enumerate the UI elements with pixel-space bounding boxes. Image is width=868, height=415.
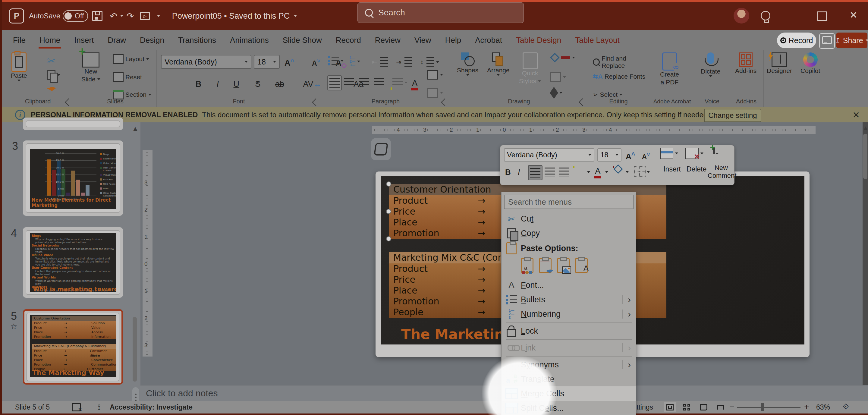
menu-item-synonyms[interactable]: Synonyms › (502, 357, 636, 372)
arrange-button[interactable]: Arrange (487, 53, 510, 76)
justify-button[interactable] (373, 75, 386, 89)
align-left-button[interactable] (327, 75, 342, 90)
menu-item-copy[interactable]: Copy (502, 226, 636, 241)
align-text-button[interactable] (427, 70, 443, 79)
powerpoint-logo-icon[interactable]: P (9, 8, 24, 24)
menu-item-font[interactable]: A Font... (502, 278, 636, 292)
zoom-slider-thumb[interactable] (761, 403, 764, 411)
change-case-dropdown-icon[interactable] (280, 82, 283, 84)
save-icon[interactable] (92, 11, 102, 21)
numbering-button[interactable]: 1—2—3— (350, 56, 360, 67)
slide-3-thumbnail[interactable]: 30.0 %25.0 %20.0 %15.0 %10.0 %5.0%0.0% M… (23, 140, 123, 216)
quick-access-customize-icon[interactable] (157, 15, 160, 17)
layout-button[interactable]: Layout (113, 54, 149, 64)
normal-view-button[interactable] (664, 402, 676, 412)
mini-align-right-button[interactable] (558, 165, 571, 179)
mini-grow-font-button[interactable]: A˄ (626, 150, 635, 161)
reading-view-button[interactable] (698, 402, 710, 412)
mini-font-color-button[interactable]: A (595, 166, 601, 176)
character-spacing-dropdown-icon[interactable] (256, 82, 259, 84)
slideshow-button[interactable] (714, 402, 727, 412)
align-center-button[interactable] (342, 75, 355, 89)
menu-item-numbering[interactable]: 1—2—3— Numbering › (502, 307, 636, 321)
zoom-out-button[interactable]: − (730, 402, 734, 412)
maximize-button[interactable] (817, 11, 827, 21)
select-button[interactable]: ➢Select (593, 91, 622, 98)
font-size-select[interactable]: 18 (254, 55, 280, 69)
menu-item-bullets[interactable]: Bullets › (502, 292, 636, 307)
tab-record[interactable]: Record (329, 31, 368, 49)
bullets-button[interactable] (328, 56, 344, 65)
menu-item-lock[interactable]: Lock (502, 324, 636, 338)
addins-button[interactable]: Add-ins (735, 53, 756, 75)
mini-font-color-dropdown-icon[interactable] (605, 171, 608, 173)
selection-handle[interactable] (386, 236, 391, 242)
animation-star-icon[interactable]: ☆ (10, 322, 17, 331)
tab-view[interactable]: View (407, 31, 438, 49)
avatar[interactable] (734, 8, 749, 24)
columns-button[interactable] (393, 78, 407, 87)
thumbnail-scrollbar[interactable] (133, 317, 137, 382)
new-slide-button[interactable]: New Slide (82, 53, 100, 83)
paste-text-only-icon[interactable]: A (575, 258, 588, 273)
canvas-scrollbar[interactable] (863, 134, 867, 179)
grow-font-button[interactable]: A˄ (284, 59, 294, 67)
selection-handle[interactable] (386, 182, 391, 187)
tab-draw[interactable]: Draw (101, 31, 133, 49)
paste-use-destination-icon[interactable]: —————— (539, 258, 552, 273)
copilot-button[interactable]: Copilot (801, 53, 820, 75)
font-name-select[interactable]: Verdana (Body) (161, 55, 251, 69)
minimize-button[interactable]: — (785, 9, 798, 21)
share-button[interactable]: ↥ Share (836, 33, 867, 48)
tab-review[interactable]: Review (368, 31, 407, 49)
increase-indent-button[interactable]: ⇥ (396, 57, 412, 67)
comments-button[interactable] (819, 33, 835, 49)
menu-item-translate[interactable]: aä⇄ Translate (502, 372, 636, 386)
tab-help[interactable]: Help (438, 31, 468, 49)
menu-item-split-cells[interactable]: Split Cells... (502, 401, 636, 415)
change-setting-button[interactable]: Change setting (704, 109, 761, 122)
paste-picture-icon[interactable] (557, 258, 569, 273)
mini-align-left-button[interactable] (528, 165, 542, 180)
canvas-scroll-up-icon[interactable]: ▲ (862, 124, 868, 132)
copilot-canvas-button[interactable] (371, 138, 391, 160)
tab-table-design[interactable]: Table Design (509, 31, 568, 49)
thumb-scroll-up-icon[interactable]: ▲ (132, 125, 138, 133)
redo-icon[interactable]: ↷ (126, 11, 134, 22)
mini-new-comment-button[interactable] (713, 148, 715, 154)
format-painter-button[interactable] (47, 87, 56, 91)
tab-home[interactable]: Home (33, 31, 67, 49)
paste-button[interactable]: Paste (11, 53, 27, 82)
search-input[interactable]: Search (358, 2, 524, 23)
tab-table-layout[interactable]: Table Layout (568, 31, 626, 49)
italic-button[interactable]: I (217, 79, 219, 89)
tab-acrobat[interactable]: Acrobat (468, 31, 509, 49)
document-title[interactable]: Powerpoint05 • Saved to this PC (172, 11, 297, 21)
tab-animations[interactable]: Animations (223, 31, 276, 49)
autosave-toggle[interactable]: Off (63, 10, 88, 22)
menu-item-cut[interactable]: ✂ Cut (502, 212, 636, 226)
slide-sorter-button[interactable] (681, 402, 693, 412)
character-spacing-button[interactable]: AV↔ (303, 79, 321, 89)
dictate-button[interactable]: Dictate (701, 53, 720, 77)
shapes-button[interactable]: Shapes (457, 53, 478, 76)
close-button[interactable]: ✕ (847, 9, 860, 21)
designer-button[interactable]: Designer (767, 53, 792, 75)
mini-font-name-select[interactable]: Verdana (Body) (504, 148, 594, 162)
convert-smartart-button[interactable] (427, 88, 443, 98)
shadow-button[interactable]: S (255, 79, 261, 89)
shape-fill-button[interactable] (550, 54, 575, 61)
menu-search-input[interactable]: Search the menus (504, 195, 633, 209)
slide-4-thumbnail[interactable]: BlogsWhy is blogging so big? Because it … (23, 227, 123, 298)
mini-align-center-button[interactable] (543, 165, 556, 179)
accessibility-status[interactable]: Accessibility: Investigate (110, 403, 193, 411)
slide-2-thumbnail-partial[interactable] (23, 118, 123, 130)
tab-file[interactable]: File (6, 31, 33, 49)
align-right-button[interactable] (358, 75, 371, 89)
cut-button[interactable]: ✂ (47, 55, 56, 67)
strikethrough-button[interactable]: ab (275, 79, 284, 89)
undo-dropdown-icon[interactable] (120, 15, 123, 17)
find-replace-button[interactable]: Find and Replace (593, 55, 649, 69)
reset-button[interactable]: Reset (113, 72, 142, 82)
lightbulb-icon[interactable] (761, 11, 770, 21)
